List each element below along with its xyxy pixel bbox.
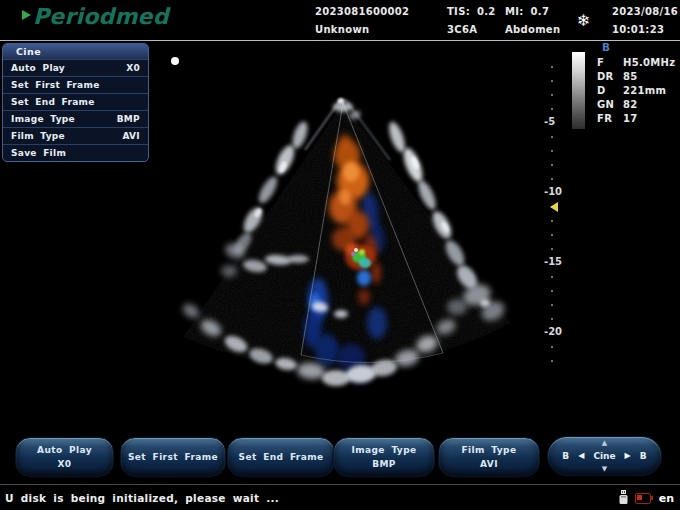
status-icons: en	[618, 485, 674, 510]
depth-tick	[551, 248, 553, 250]
nav-right-mode: B	[640, 451, 647, 461]
param-depth: D221mm	[597, 85, 675, 96]
menu-item-value: AVI	[122, 131, 140, 141]
depth-label: -10	[544, 186, 562, 197]
system-date: 2023/08/16	[612, 6, 678, 17]
menu-item-auto-play[interactable]: Auto Play X0	[3, 59, 148, 76]
tis-probe-column: TIS:0.2 3C6A	[447, 0, 496, 40]
menu-item-value: BMP	[117, 114, 140, 124]
softkey-label: Set End Frame	[239, 452, 324, 462]
menu-item-set-end-frame[interactable]: Set End Frame	[3, 93, 148, 110]
depth-tick	[551, 94, 553, 96]
freeze-snowflake-icon: ❄	[577, 11, 590, 30]
depth-tick	[551, 178, 553, 180]
exam-id: 2023081600002	[315, 6, 409, 17]
battery-fill	[637, 495, 642, 500]
softkey-set-first-frame[interactable]: Set First Frame	[120, 437, 226, 477]
ultrasound-scan-graphic	[155, 55, 545, 430]
tis-readout: TIS:0.2	[447, 6, 496, 17]
menu-item-label: Image Type	[11, 114, 75, 124]
softkey-label: Film Type	[462, 445, 517, 455]
logo-arrow-icon	[22, 10, 31, 20]
softkey-value: AVI	[480, 459, 498, 469]
softkey-value: BMP	[372, 459, 396, 469]
depth-tick	[551, 346, 553, 348]
softkey-value: X0	[57, 459, 71, 469]
depth-tick	[551, 66, 553, 68]
usb-icon	[618, 490, 629, 506]
depth-tick	[551, 108, 553, 110]
menu-item-set-first-frame[interactable]: Set First Frame	[3, 76, 148, 93]
depth-tick	[551, 360, 553, 362]
param-dynamic-range: DR85	[597, 71, 675, 82]
menu-item-label: Auto Play	[11, 63, 65, 73]
softkey-film-type[interactable]: Film Type AVI	[438, 437, 540, 477]
depth-tick	[551, 164, 553, 166]
softkey-image-type[interactable]: Image Type BMP	[333, 437, 435, 477]
patient-name: Unknown	[315, 24, 409, 35]
battery-cap	[651, 496, 653, 500]
system-time: 10:01:23	[612, 24, 678, 35]
depth-tick	[551, 80, 553, 82]
menu-item-label: Save Film	[11, 148, 66, 158]
param-frequency: FH5.0MHz	[597, 57, 675, 68]
depth-label: -20	[544, 326, 562, 337]
image-parameters: FH5.0MHz DR85 D221mm GN82 FR17	[597, 57, 675, 124]
logo-text: Periodmed	[33, 4, 169, 29]
patient-info-column: 2023081600002 Unknown	[315, 0, 409, 40]
status-message: U disk is being initialized, please wait…	[5, 492, 279, 504]
ultrasound-app-screen: Periodmed 2023081600002 Unknown TIS:0.2 …	[0, 0, 680, 510]
menu-item-image-type[interactable]: Image Type BMP	[3, 110, 148, 127]
depth-tick	[551, 304, 553, 306]
menu-item-label: Film Type	[11, 131, 65, 141]
depth-tick	[551, 234, 553, 236]
softkey-auto-play[interactable]: Auto Play X0	[15, 437, 114, 477]
nav-center-label: Cine	[593, 451, 615, 461]
depth-tick	[551, 150, 553, 152]
cine-nav-pad[interactable]: ▲ B ◀ Cine ▶ B ▼	[547, 436, 662, 476]
depth-ruler: -5-10-15-20	[544, 0, 574, 510]
param-gain: GN82	[597, 99, 675, 110]
softkey-set-end-frame[interactable]: Set End Frame	[227, 437, 335, 477]
top-bar: Periodmed 2023081600002 Unknown TIS:0.2 …	[0, 0, 680, 41]
softkey-label: Image Type	[352, 445, 417, 455]
menu-header: Cine	[3, 44, 148, 59]
brand-logo: Periodmed	[22, 4, 169, 36]
status-bar: U disk is being initialized, please wait…	[0, 484, 680, 510]
menu-item-label: Set First Frame	[11, 80, 100, 90]
depth-label: -15	[544, 256, 562, 267]
battery-icon	[635, 493, 653, 504]
softkey-label: Auto Play	[37, 445, 92, 455]
focus-marker-icon[interactable]	[550, 202, 558, 212]
left-arrow-icon[interactable]: ◀	[578, 451, 584, 461]
cine-context-menu: Cine Auto Play X0 Set First Frame Set En…	[2, 43, 149, 162]
menu-item-save-film[interactable]: Save Film	[3, 144, 148, 161]
nav-left-mode: B	[562, 451, 569, 461]
depth-label: -5	[544, 116, 555, 127]
menu-item-label: Set End Frame	[11, 97, 95, 107]
depth-tick	[551, 318, 553, 320]
ultrasound-image	[155, 55, 545, 430]
depth-tick	[551, 290, 553, 292]
right-arrow-icon[interactable]: ▶	[625, 451, 631, 461]
down-arrow-icon[interactable]: ▼	[602, 466, 607, 472]
param-frame-rate: FR17	[597, 113, 675, 124]
menu-item-value: X0	[126, 63, 140, 73]
up-arrow-icon[interactable]: ▲	[602, 440, 607, 446]
menu-item-film-type[interactable]: Film Type AVI	[3, 127, 148, 144]
depth-tick	[551, 276, 553, 278]
depth-tick	[551, 136, 553, 138]
depth-tick	[551, 220, 553, 222]
battery-body	[635, 493, 651, 504]
mode-indicator: B	[602, 41, 610, 53]
nav-pad-middle-row: B ◀ Cine ▶ B	[562, 451, 646, 461]
language-indicator[interactable]: en	[659, 492, 674, 505]
datetime-column: 2023/08/16 10:01:23	[612, 0, 678, 40]
softkey-label: Set First Frame	[128, 452, 218, 462]
probe-model: 3C6A	[447, 24, 496, 35]
